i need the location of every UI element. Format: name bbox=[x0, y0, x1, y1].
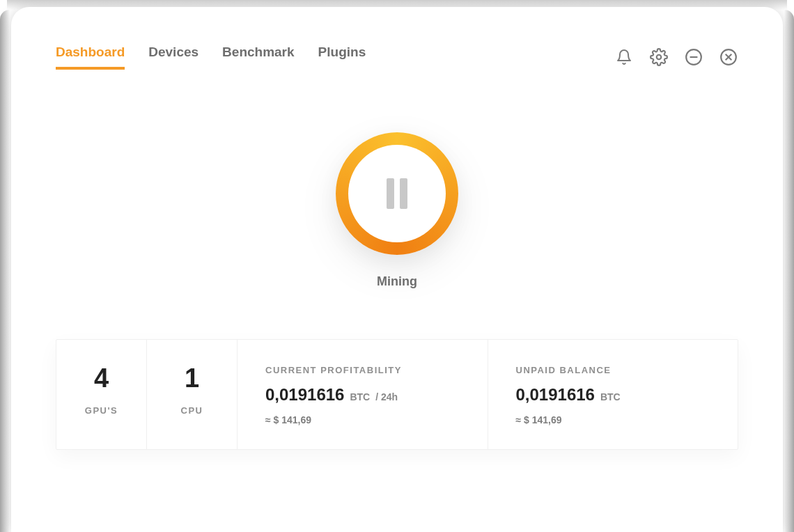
mining-toggle-button[interactable] bbox=[336, 132, 458, 255]
balance-btc-unit: BTC bbox=[600, 391, 621, 402]
window-controls bbox=[614, 47, 738, 67]
balance-card: UNPAID BALANCE 0,0191616 BTC ≈ $ 141,69 bbox=[488, 340, 738, 449]
settings-button[interactable] bbox=[649, 47, 669, 67]
mining-section: Mining bbox=[56, 132, 738, 289]
tab-benchmark[interactable]: Benchmark bbox=[222, 45, 295, 70]
mining-status-label: Mining bbox=[377, 274, 417, 289]
profitability-per: / 24h bbox=[375, 391, 398, 402]
minimize-icon bbox=[685, 48, 703, 66]
mining-button-inner bbox=[348, 145, 446, 242]
profitability-card: CURRENT PROFITABILITY 0,0191616 BTC / 24… bbox=[238, 340, 488, 449]
close-button[interactable] bbox=[719, 47, 738, 67]
gpu-card: 4 GPU'S bbox=[56, 340, 147, 449]
profitability-btc-value: 0,0191616 bbox=[265, 385, 344, 405]
svg-point-0 bbox=[657, 55, 662, 60]
profitability-btc-unit: BTC bbox=[350, 391, 370, 402]
gpu-label: GPU'S bbox=[70, 405, 132, 416]
gpu-count: 4 bbox=[70, 365, 132, 391]
pause-icon bbox=[387, 178, 407, 209]
balance-title: UNPAID BALANCE bbox=[516, 365, 710, 375]
cpu-card: 1 CPU bbox=[147, 340, 238, 449]
minimize-button[interactable] bbox=[684, 47, 703, 67]
nav-tabs: Dashboard Devices Benchmark Plugins bbox=[56, 45, 366, 70]
balance-approx: ≈ $ 141,69 bbox=[516, 414, 710, 425]
tab-plugins[interactable]: Plugins bbox=[318, 45, 366, 70]
tab-devices[interactable]: Devices bbox=[148, 45, 198, 70]
profitability-title: CURRENT PROFITABILITY bbox=[265, 365, 460, 375]
gear-icon bbox=[650, 48, 668, 66]
cpu-label: CPU bbox=[161, 405, 223, 416]
notifications-button[interactable] bbox=[614, 47, 634, 67]
top-nav: Dashboard Devices Benchmark Plugins bbox=[56, 45, 738, 70]
profitability-approx: ≈ $ 141,69 bbox=[265, 414, 460, 425]
tab-dashboard[interactable]: Dashboard bbox=[56, 45, 125, 70]
app-window: Dashboard Devices Benchmark Plugins bbox=[11, 7, 783, 532]
stats-row: 4 GPU'S 1 CPU CURRENT PROFITABILITY 0,01… bbox=[56, 339, 738, 450]
balance-btc-value: 0,0191616 bbox=[516, 385, 595, 405]
close-icon bbox=[719, 48, 738, 66]
bell-icon bbox=[616, 49, 632, 65]
cpu-count: 1 bbox=[161, 365, 223, 391]
